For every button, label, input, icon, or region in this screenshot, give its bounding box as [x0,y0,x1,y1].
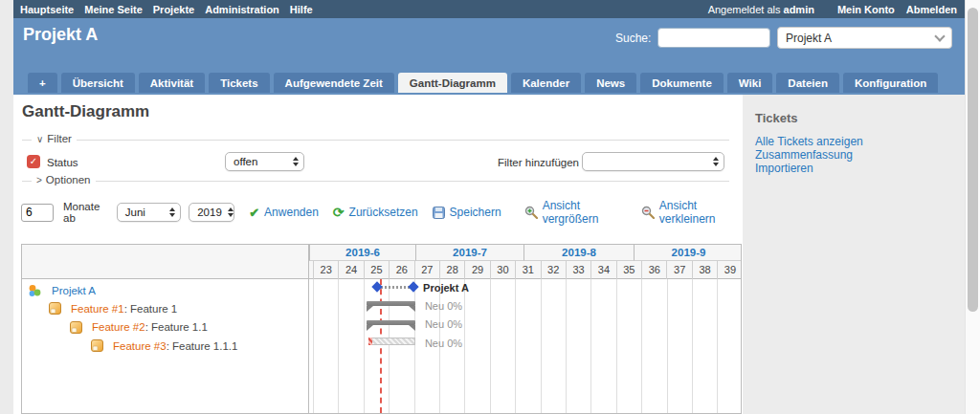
page-title: Projekt A [23,25,98,45]
status-select-value: offen [234,156,257,167]
gantt-month-label[interactable]: 2019-8 [523,245,634,261]
content: Gantt-Diagramm ∨Filter ✓ Status offen Fi… [13,95,743,414]
tab-gantt-diagramm[interactable]: Gantt-Diagramm [398,73,507,93]
parent-task-bar[interactable] [367,320,415,325]
search-input[interactable] [657,28,770,48]
gantt-tree-row: Feature #3: Feature 1.1.1 [91,337,237,355]
tab-übersicht[interactable]: Übersicht [61,73,135,93]
gantt-gridline [464,279,465,413]
issue-link[interactable]: Feature #2 [92,321,145,333]
gantt-week-label: 24 [338,261,363,279]
gantt-month-label[interactable]: 2019-7 [415,245,523,261]
gantt-gridline [692,279,693,413]
gantt-week-label: 32 [541,261,566,279]
gantt-week-label: 35 [616,261,641,279]
gantt-month-label[interactable]: 2019-6 [309,245,415,261]
add-filter-select[interactable] [582,152,724,171]
sidebar-link[interactable]: Alle Tickets anzeigen [755,135,965,148]
status-select[interactable]: offen [225,152,304,171]
options-legend[interactable]: >Optionen [32,174,96,185]
package-icon [70,321,87,334]
project-link[interactable]: Projekt A [52,285,96,296]
package-icon [91,339,108,352]
scrollbar-track[interactable] [965,0,980,414]
year-select-value: 2019 [197,207,222,218]
gantt-toolbar: Monate ab Juni 2019 ✔ Anwenden ⟳ Zurücks… [21,202,743,223]
topmenu-item[interactable]: Meine Seite [84,4,143,15]
year-select[interactable]: 2019 [189,203,234,222]
tab-aktivität[interactable]: Aktivität [139,73,205,93]
task-late-marker [368,338,372,345]
gantt-gridline [389,279,390,413]
sidebar-link[interactable]: Importieren [755,162,965,175]
tab-dateien[interactable]: Dateien [776,73,839,93]
gantt-week-label: 23 [313,261,338,279]
months-label: Monate ab [63,201,108,224]
tab-konfiguration[interactable]: Konfiguration [843,73,938,93]
topmenu-item[interactable]: Hilfe [290,4,313,15]
issue-link[interactable]: Feature #1 [71,303,124,315]
status-checkbox[interactable]: ✓ [27,155,40,168]
gantt-week-label: 25 [364,261,389,279]
save-button[interactable]: Speichern [450,206,501,219]
tab-tickets[interactable]: Tickets [209,73,269,93]
gantt-week-label: 37 [666,261,691,279]
topmenu-left: HauptseiteMeine SeiteProjekteAdministrat… [20,4,323,15]
zoom-in-icon [524,206,538,219]
current-user[interactable]: admin [784,4,814,15]
tab-news[interactable]: News [585,73,636,93]
topmenu-account-item[interactable]: Abmelden [906,4,957,15]
parent-task-bar[interactable] [367,301,415,306]
topmenu-item[interactable]: Administration [205,4,279,15]
filter-legend[interactable]: ∨Filter [32,133,77,144]
topmenu-item[interactable]: Hauptseite [20,4,74,15]
gantt-weeks-row: 2324252627282930313233343536373839 [309,261,742,279]
main-area: Gantt-Diagramm ∨Filter ✓ Status offen Fi… [13,95,965,414]
gantt-chart-body: Projekt ANeu 0%Neu 0%Neu 0% [309,279,741,413]
month-select-value: Juni [125,207,145,218]
gantt-week-label: 33 [566,261,590,279]
tab-kalender[interactable]: Kalender [511,73,581,93]
task-bar[interactable] [368,338,415,345]
gantt-gridline [515,279,516,413]
project-jump-select[interactable]: Projekt A [777,27,952,49]
topmenu-item[interactable]: Projekte [153,4,194,15]
issue-link[interactable]: Feature #3 [113,340,167,352]
gantt-subject-column: Projekt AFeature #1: Feature 1Feature #2… [22,245,309,413]
zoom-out-button[interactable]: Ansicht verkleinern [659,199,743,226]
tab-+[interactable]: + [28,73,57,93]
select-stepper-icon [169,207,175,217]
apply-button[interactable]: Anwenden [264,206,319,219]
parent-bar-left-wing [367,325,373,331]
header: Projekt A Suche: Projekt A +ÜbersichtAkt… [13,18,965,95]
month-select[interactable]: Juni [117,203,181,222]
gantt-week-label: 27 [414,261,439,279]
gantt-gridline [364,279,365,413]
issue-subject: : Feature 1 [124,303,178,315]
options-fieldset: >Optionen [22,181,729,182]
gantt-month-label[interactable]: 2019-9 [634,245,742,261]
topmenu-account-item[interactable]: Mein Konto [837,4,895,15]
tab-wiki[interactable]: Wiki [727,73,773,93]
select-stepper-icon [713,157,719,166]
parent-bar-right-wing [409,306,415,312]
zoom-in-button[interactable]: Ansicht vergrößern [543,199,626,226]
scrollbar-thumb[interactable] [968,8,978,312]
issue-subject: : Feature 1.1.1 [167,340,238,352]
reset-icon: ⟳ [333,205,345,220]
months-count-input[interactable] [21,204,54,222]
sidebar-link[interactable]: Zusammenfassung [755,148,965,162]
gantt-gridline [616,279,617,413]
select-stepper-icon [293,157,299,166]
gantt-chart: 2019-62019-72019-82019-9 232425262728293… [21,244,742,414]
milestone-diamond-icon[interactable] [408,281,418,292]
gantt-bar-label: Neu 0% [425,300,462,312]
gantt-gridline [490,279,491,413]
top-menu: HauptseiteMeine SeiteProjekteAdministrat… [13,0,965,18]
parent-bar-left-wing [367,306,373,312]
tab-dokumente[interactable]: Dokumente [640,73,724,93]
gantt-week-label: 39 [717,261,742,279]
reset-button[interactable]: Zurücksetzen [349,206,418,219]
gantt-week-label: 26 [389,261,413,279]
tab-aufgewendete-zeit[interactable]: Aufgewendete Zeit [274,73,394,93]
